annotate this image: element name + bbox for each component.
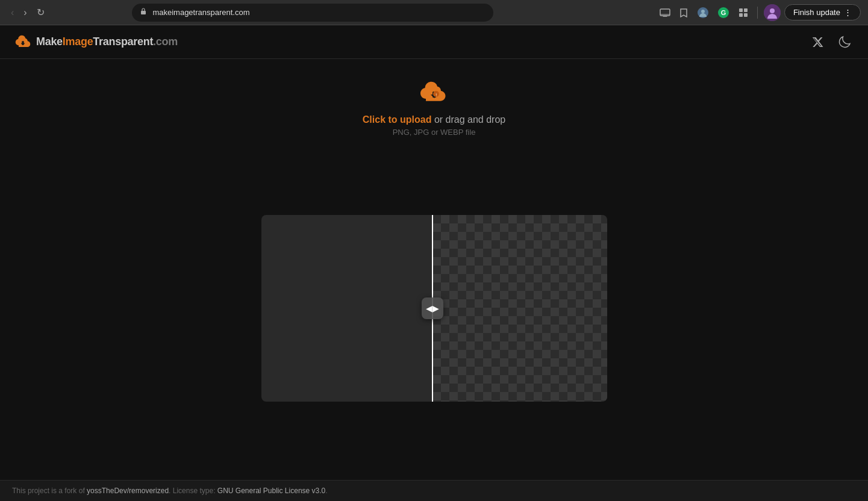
click-to-upload-text: Click to upload [363,114,432,125]
svg-point-11 [770,8,775,13]
svg-rect-9 [744,13,748,17]
grammarly-button[interactable]: G [715,4,732,21]
address-bar[interactable]: makeimagetransparent.com [132,4,493,22]
drag-drop-text: or drag and drop [431,114,505,125]
logo-transparent: Transparent [93,36,153,48]
fork-link[interactable]: yossTheDev/removerized [87,487,169,495]
svg-rect-0 [141,11,146,14]
reload-button[interactable]: ↻ [33,5,48,20]
compare-handle[interactable]: ◀▶ [422,297,443,319]
footer-suffix: . [325,487,327,495]
header-actions [809,33,854,51]
chrome-divider [757,7,758,19]
profile-button-1[interactable] [695,4,711,21]
logo-image: Image [63,36,93,48]
svg-point-3 [701,10,705,13]
logo-text: MakeImageTransparent.com [36,36,178,48]
dark-mode-button[interactable] [835,33,854,51]
logo-icon [14,34,31,51]
browser-nav-buttons: ‹ › ↻ [7,5,48,20]
extensions-button[interactable] [735,5,751,20]
upload-instruction: Click to upload or drag and drop [363,114,505,125]
twitter-x-button[interactable] [809,34,826,51]
bookmark-button[interactable] [676,5,691,20]
url-text: makeimagetransparent.com [152,8,486,17]
compare-slider[interactable]: ◀▶ [261,215,607,402]
finish-update-button[interactable]: Finish update ⋮ [784,4,861,20]
browser-right-icons: G Finish update ⋮ [657,4,861,21]
logo-dot-com: .com [153,36,178,48]
app-header: MakeImageTransparent.com [0,25,868,59]
logo-make: Make [36,36,63,48]
footer-prefix: This project is a fork of [12,487,87,495]
preview-section: ◀▶ [0,149,868,480]
finish-update-icon: ⋮ [844,8,852,17]
compare-handle-arrows-icon: ◀▶ [426,304,439,313]
compare-left-panel [261,215,432,402]
back-button[interactable]: ‹ [7,5,17,20]
screen-cast-button[interactable] [657,5,673,20]
security-icon [139,7,148,17]
compare-right-panel [432,215,607,402]
license-link[interactable]: GNU General Public License v3.0 [217,487,325,495]
svg-rect-8 [739,13,743,17]
app-container: MakeImageTransparent.com [0,25,868,501]
footer: This project is a fork of yossTheDev/rem… [0,480,868,501]
svg-text:G: G [721,9,726,16]
user-avatar-button[interactable] [764,4,781,21]
forward-button[interactable]: › [20,5,30,20]
file-types-text: PNG, JPG or WEBP file [393,128,476,137]
svg-rect-6 [739,8,743,12]
svg-rect-7 [744,8,748,12]
upload-cloud-icon: ↑ [419,78,450,107]
finish-update-label: Finish update [793,8,840,17]
footer-middle: . License type: [169,487,217,495]
logo[interactable]: MakeImageTransparent.com [14,34,178,51]
upload-area[interactable]: ↑ Click to upload or drag and drop PNG, … [0,59,868,149]
browser-chrome: ‹ › ↻ makeimagetransparent.com [0,0,868,25]
svg-text:↑: ↑ [435,92,437,98]
